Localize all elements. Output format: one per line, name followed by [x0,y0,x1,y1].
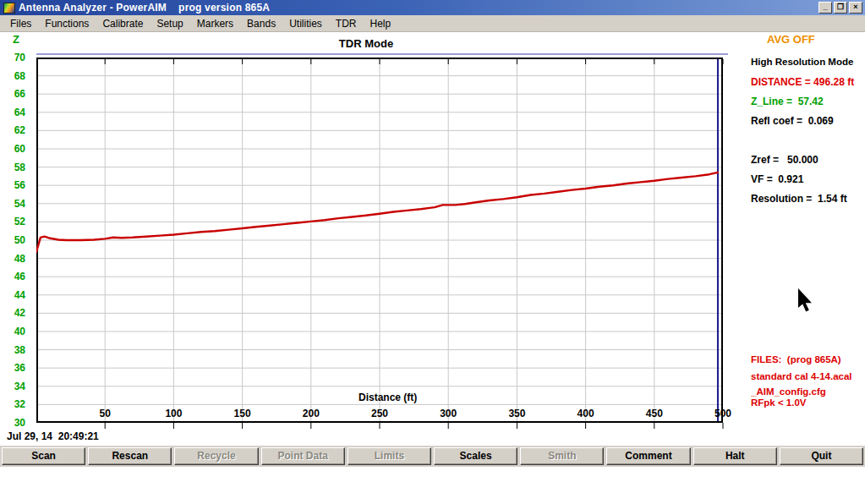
halt-button[interactable]: Halt [693,447,777,465]
x-tick-label: 150 [224,408,261,419]
y-tick-label: 52 [0,216,25,227]
y-tick-label: 44 [0,289,25,301]
y-tick-label: 58 [0,162,25,173]
limits-button: Limits [348,447,431,465]
y-tick-label: 48 [0,253,25,265]
chart-title: TDR Mode [339,37,393,50]
file-name-cal: standard cal 4-14.acal [751,371,852,381]
y-tick-label: 54 [0,198,25,210]
x-tick-label: 100 [155,408,192,419]
mouse-cursor [798,288,818,317]
app-icon [3,3,15,14]
title-bar: Antenna Analyzer - PowerAIM prog version… [0,0,865,15]
resolution-mode: High Resolution Mode [751,57,853,67]
restore-button[interactable]: ❐ [834,2,847,14]
vf-readout: VF = 0.921 [751,173,803,185]
rescan-button[interactable]: Rescan [88,447,172,465]
y-tick-label: 70 [0,52,25,63]
y-tick-label: 68 [0,70,25,82]
y-tick-label: 30 [0,417,25,429]
y-tick-label: 34 [0,381,25,392]
menu-item-bands[interactable]: Bands [240,16,282,31]
tdr-chart[interactable] [36,52,730,431]
y-tick-label: 32 [0,398,25,410]
y-tick-label: 64 [0,107,25,118]
y-tick-label: 60 [0,143,25,155]
distance-readout: DISTANCE = 496.28 ft [751,76,854,88]
y-tick-label: 38 [0,344,25,356]
menu-item-help[interactable]: Help [363,16,397,31]
point-data-button: Point Data [261,447,345,465]
menu-item-tdr[interactable]: TDR [329,16,364,31]
files-header: FILES: (prog 865A) [751,354,841,364]
comment-button[interactable]: Comment [606,447,690,465]
minimize-button[interactable]: _ [818,2,832,14]
y-tick-label: 46 [0,271,25,282]
x-tick-label: 400 [567,408,605,419]
quit-button[interactable]: Quit [780,447,863,465]
refl-coef-readout: Refl coef = 0.069 [751,115,834,127]
y-tick-label: 36 [0,362,25,374]
scan-timestamp: Jul 29, 14 20:49:21 [7,430,99,442]
y-tick-label: 42 [0,307,25,319]
window-title: Antenna Analyzer - PowerAIM prog version… [19,2,270,14]
x-tick-label: 50 [86,408,123,419]
menu-item-utilities[interactable]: Utilities [282,16,329,31]
z-line-readout: Z_Line = 57.42 [751,96,824,107]
zref-readout: Zref = 50.000 [751,154,818,166]
menu-bar: FilesFunctionsCalibrateSetupMarkersBands… [0,15,865,32]
x-tick-label: 200 [293,408,330,419]
menu-item-setup[interactable]: Setup [150,16,189,31]
menu-item-calibrate[interactable]: Calibrate [96,16,150,31]
x-tick-label: 300 [430,408,467,419]
x-tick-label: 250 [361,408,398,419]
y-tick-label: 56 [0,179,25,191]
menu-item-files[interactable]: Files [3,16,38,31]
smith-button: Smith [520,447,604,465]
menu-item-functions[interactable]: Functions [38,16,96,31]
window-controls: _ ❐ × [818,2,863,14]
menu-item-markers[interactable]: Markers [190,16,240,31]
x-tick-label: 500 [704,408,742,419]
x-tick-label: 350 [498,408,535,419]
file-name-config: _AIM_config.cfg [751,386,826,397]
app-window: Antenna Analyzer - PowerAIM prog version… [0,0,865,504]
y-tick-label: 66 [0,88,25,100]
avg-status: AVG OFF [767,33,815,46]
button-strip: ScanRescanRecyclePoint DataLimitsScalesS… [0,446,865,467]
x-tick-label: 450 [636,408,673,419]
recycle-button: Recycle [174,447,258,465]
rfpk-status: RFpk < 1.0V [751,397,807,408]
scan-button[interactable]: Scan [2,447,85,465]
y-tick-label: 50 [0,234,25,246]
y-tick-label: 40 [0,326,25,337]
y-axis-label: Z [13,33,19,46]
scales-button[interactable]: Scales [434,447,517,465]
close-button[interactable]: × [849,2,862,14]
resolution-readout: Resolution = 1.54 ft [751,193,847,205]
y-tick-label: 62 [0,124,25,136]
x-axis-label: Distance (ft) [359,392,417,403]
